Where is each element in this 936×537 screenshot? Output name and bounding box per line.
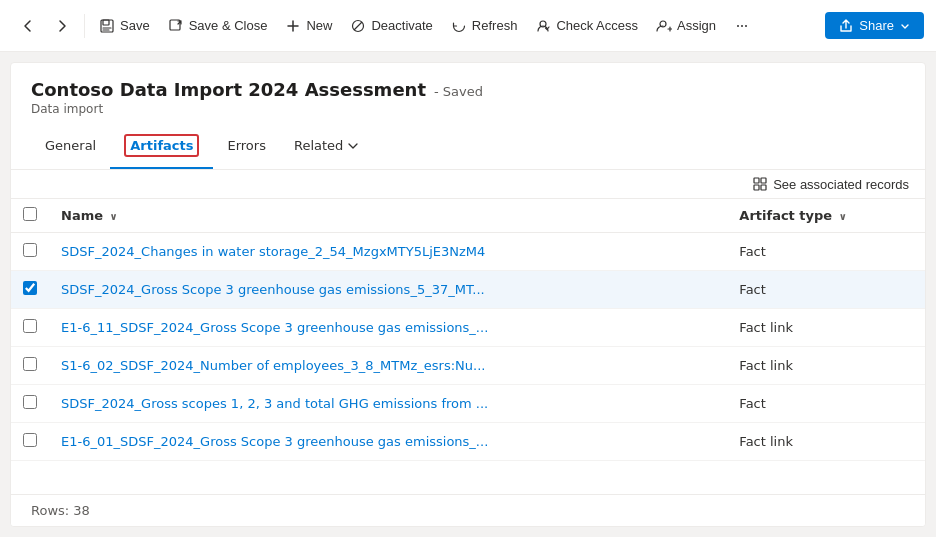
- top-bar: Save Save & Close New Deactivate: [0, 0, 936, 52]
- name-column-header[interactable]: Name ∨: [49, 199, 727, 233]
- artifact-type-column-header[interactable]: Artifact type ∨: [727, 199, 925, 233]
- row-artifact-type-5: Fact link: [727, 423, 925, 461]
- assoc-records-label: See associated records: [773, 177, 909, 192]
- assign-icon: [656, 18, 672, 34]
- rows-count-bar: Rows: 38: [11, 494, 925, 526]
- table-row[interactable]: E1-6_11_SDSF_2024_Gross Scope 3 greenhou…: [11, 309, 925, 347]
- table-row[interactable]: S1-6_02_SDSF_2024_Number of employees_3_…: [11, 347, 925, 385]
- save-label: Save: [120, 18, 150, 33]
- row-name-link-3[interactable]: S1-6_02_SDSF_2024_Number of employees_3_…: [61, 358, 485, 373]
- assoc-records-bar: See associated records: [11, 170, 925, 199]
- nav-buttons: Save Save & Close New Deactivate: [12, 12, 758, 40]
- save-button[interactable]: Save: [91, 12, 158, 40]
- deactivate-icon: [350, 18, 366, 34]
- rows-count-label: Rows: 38: [31, 503, 90, 518]
- share-chevron-icon: [900, 21, 910, 31]
- assign-button[interactable]: Assign: [648, 12, 724, 40]
- tabs: General Artifacts Errors Related: [31, 126, 905, 169]
- row-checkbox-4[interactable]: [23, 395, 37, 409]
- row-artifact-type-3: Fact link: [727, 347, 925, 385]
- svg-point-8: [745, 25, 747, 27]
- row-checkbox-1[interactable]: [23, 281, 37, 295]
- main-content: Contoso Data Import 2024 Assessment - Sa…: [10, 62, 926, 527]
- svg-point-7: [737, 25, 739, 27]
- new-button[interactable]: New: [277, 12, 340, 40]
- row-name-link-4[interactable]: SDSF_2024_Gross scopes 1, 2, 3 and total…: [61, 396, 488, 411]
- forward-icon: [54, 18, 70, 34]
- select-all-header[interactable]: [11, 199, 49, 233]
- check-access-button[interactable]: Check Access: [527, 12, 646, 40]
- share-button[interactable]: Share: [825, 12, 924, 39]
- artifact-sort-icon: ∨: [839, 211, 847, 222]
- row-artifact-type-1: Fact: [727, 271, 925, 309]
- save-close-button[interactable]: Save & Close: [160, 12, 276, 40]
- row-name-link-2[interactable]: E1-6_11_SDSF_2024_Gross Scope 3 greenhou…: [61, 320, 488, 335]
- svg-rect-1: [103, 20, 109, 25]
- check-access-icon: [535, 18, 551, 34]
- select-all-checkbox[interactable]: [23, 207, 37, 221]
- tab-related[interactable]: Related: [280, 130, 373, 165]
- see-associated-records-button[interactable]: See associated records: [752, 176, 909, 192]
- back-button[interactable]: [12, 12, 44, 40]
- record-saved-status: - Saved: [434, 84, 483, 99]
- row-name-link-1[interactable]: SDSF_2024_Gross Scope 3 greenhouse gas e…: [61, 282, 485, 297]
- name-sort-icon: ∨: [110, 211, 118, 222]
- assoc-records-icon: [752, 176, 768, 192]
- refresh-label: Refresh: [472, 18, 518, 33]
- more-button[interactable]: [726, 12, 758, 40]
- share-label: Share: [859, 18, 894, 33]
- tab-general[interactable]: General: [31, 130, 110, 165]
- refresh-button[interactable]: Refresh: [443, 12, 526, 40]
- tab-artifacts[interactable]: Artifacts: [110, 126, 213, 169]
- record-subtitle: Data import: [31, 102, 905, 116]
- row-name-link-5[interactable]: E1-6_01_SDSF_2024_Gross Scope 3 greenhou…: [61, 434, 488, 449]
- deactivate-button[interactable]: Deactivate: [342, 12, 440, 40]
- row-checkbox-3[interactable]: [23, 357, 37, 371]
- table-row[interactable]: SDSF_2024_Changes in water storage_2_54_…: [11, 233, 925, 271]
- row-checkbox-2[interactable]: [23, 319, 37, 333]
- assign-label: Assign: [677, 18, 716, 33]
- svg-rect-10: [761, 178, 766, 183]
- new-icon: [285, 18, 301, 34]
- row-artifact-type-0: Fact: [727, 233, 925, 271]
- row-artifact-type-4: Fact: [727, 385, 925, 423]
- record-title: Contoso Data Import 2024 Assessment: [31, 79, 426, 100]
- related-chevron-icon: [347, 140, 359, 152]
- tab-errors[interactable]: Errors: [213, 130, 279, 165]
- row-checkbox-5[interactable]: [23, 433, 37, 447]
- row-artifact-type-2: Fact link: [727, 309, 925, 347]
- svg-point-6: [741, 25, 743, 27]
- check-access-label: Check Access: [556, 18, 638, 33]
- save-close-icon: [168, 18, 184, 34]
- svg-rect-12: [761, 185, 766, 190]
- new-label: New: [306, 18, 332, 33]
- table-row[interactable]: SDSF_2024_Gross scopes 1, 2, 3 and total…: [11, 385, 925, 423]
- deactivate-label: Deactivate: [371, 18, 432, 33]
- refresh-icon: [451, 18, 467, 34]
- table-area: See associated records Name ∨: [11, 170, 925, 526]
- save-icon: [99, 18, 115, 34]
- svg-rect-9: [754, 178, 759, 183]
- data-table[interactable]: Name ∨ Artifact type ∨ SDSF_2024_Changes…: [11, 199, 925, 494]
- divider: [84, 14, 85, 38]
- forward-button[interactable]: [46, 12, 78, 40]
- save-close-label: Save & Close: [189, 18, 268, 33]
- row-checkbox-0[interactable]: [23, 243, 37, 257]
- share-icon: [839, 19, 853, 33]
- svg-rect-11: [754, 185, 759, 190]
- record-header: Contoso Data Import 2024 Assessment - Sa…: [11, 63, 925, 170]
- table-row[interactable]: SDSF_2024_Gross Scope 3 greenhouse gas e…: [11, 271, 925, 309]
- more-icon: [734, 18, 750, 34]
- back-icon: [20, 18, 36, 34]
- table-row[interactable]: E1-6_01_SDSF_2024_Gross Scope 3 greenhou…: [11, 423, 925, 461]
- row-name-link-0[interactable]: SDSF_2024_Changes in water storage_2_54_…: [61, 244, 485, 259]
